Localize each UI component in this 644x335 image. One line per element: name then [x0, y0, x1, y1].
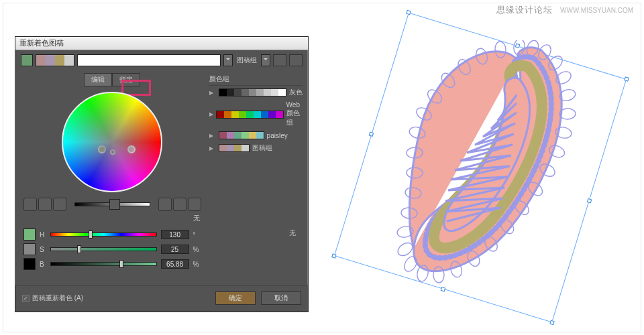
artboard — [329, 20, 624, 315]
dialog-bottom-bar: ✓ 图稿重新着色 (A) 确定 取消 — [15, 285, 308, 312]
hue-knob[interactable] — [89, 230, 93, 239]
hue-label: H — [40, 231, 46, 239]
save-group-button[interactable] — [273, 54, 286, 66]
hue-slider[interactable] — [50, 232, 157, 237]
color-group-label: 图稿组 — [252, 143, 272, 153]
sat-knob[interactable] — [77, 245, 81, 253]
bri-value[interactable]: 65.88 — [161, 259, 189, 269]
mode-tabs: 编辑 指定 — [21, 73, 204, 86]
right-column: 颜色组 ▶ 灰色 ▶ Web 颜色组 ▶ paisley — [209, 70, 303, 273]
resize-handle[interactable] — [331, 253, 336, 258]
sat-row: S 25 % — [23, 243, 201, 255]
checkbox-label: 图稿重新着色 (A) — [32, 293, 83, 303]
chevron-right-icon: ▶ — [209, 145, 216, 151]
group-dropdown-button[interactable] — [261, 54, 270, 66]
color-groups-title: 颜色组 — [209, 70, 303, 86]
color-wheel-marker[interactable] — [127, 145, 136, 153]
color-group-swatches — [219, 131, 264, 139]
ok-button[interactable]: 确定 — [215, 291, 256, 305]
watermark: 思缘设计论坛 WWW.MISSYUAN.COM — [496, 4, 633, 16]
none-label: 无 — [21, 211, 204, 223]
tab-assign[interactable]: 指定 — [112, 73, 140, 86]
smooth-wheel-button[interactable] — [23, 198, 37, 211]
color-wheel-marker[interactable] — [98, 145, 106, 153]
color-group-row[interactable]: ▶ paisley — [209, 129, 303, 141]
tool-button-1[interactable] — [173, 198, 186, 211]
hue-row: H 130 ° — [23, 228, 201, 241]
wheel-controls — [21, 198, 204, 211]
section-none-label: 无 — [209, 228, 303, 238]
bri-slider[interactable] — [50, 262, 157, 266]
sat-label: S — [40, 246, 46, 253]
hue-value[interactable]: 130 — [161, 230, 189, 239]
hue-swatch[interactable] — [23, 228, 36, 241]
watermark-text: 思缘设计论坛 — [496, 5, 553, 15]
watermark-url: WWW.MISSYUAN.COM — [560, 7, 633, 14]
color-group-label: 灰色 — [289, 88, 303, 97]
resize-handle[interactable] — [587, 198, 592, 203]
chevron-right-icon: ▶ — [209, 90, 216, 96]
color-group-swatches — [216, 111, 284, 119]
sat-value[interactable]: 25 — [161, 245, 189, 254]
dialog-topbar: 图稿组 — [15, 50, 308, 70]
chevron-right-icon: ▶ — [209, 111, 213, 117]
bars-mode-button[interactable] — [53, 198, 66, 211]
segmented-wheel-button[interactable] — [38, 198, 52, 211]
recolor-checkbox[interactable]: ✓ 图稿重新着色 (A) — [22, 293, 83, 303]
active-color-swatch[interactable] — [21, 54, 33, 66]
link-harmony-button[interactable] — [158, 198, 172, 211]
preset-dropdown-button[interactable] — [223, 54, 233, 66]
hue-unit: ° — [193, 231, 201, 239]
color-group-label: paisley — [267, 132, 288, 139]
checkbox-icon: ✓ — [22, 295, 30, 302]
color-group-label: Web 颜色组 — [286, 101, 303, 127]
bri-label: B — [40, 261, 46, 268]
color-group-row[interactable]: ▶ Web 颜色组 — [209, 99, 303, 129]
color-group-swatches — [219, 144, 250, 152]
preset-dropdown[interactable] — [77, 54, 221, 66]
tab-edit[interactable]: 编辑 — [84, 73, 112, 86]
sat-slider[interactable] — [50, 247, 157, 251]
color-group-swatches — [219, 88, 286, 96]
left-column: 编辑 指定 — [21, 70, 204, 273]
color-wheel[interactable] — [62, 92, 162, 192]
bri-unit: % — [193, 261, 201, 268]
paisley-artwork[interactable] — [384, 40, 578, 295]
color-group-row[interactable]: ▶ 图稿组 — [209, 141, 303, 155]
color-wheel-marker[interactable] — [110, 149, 115, 155]
color-group-row[interactable]: ▶ 灰色 — [209, 86, 303, 99]
cancel-button[interactable]: 取消 — [261, 291, 301, 305]
chevron-right-icon: ▶ — [209, 133, 216, 139]
tool-button-2[interactable] — [188, 198, 201, 211]
brightness-knob[interactable] — [109, 199, 120, 210]
brightness-slider[interactable] — [74, 202, 150, 206]
folder-icon[interactable] — [289, 54, 303, 66]
dialog-titlebar[interactable]: 重新着色图稿 — [15, 37, 308, 50]
bri-knob[interactable] — [119, 260, 123, 268]
recolor-artwork-dialog: 重新着色图稿 图稿组 编辑 指定 — [15, 36, 309, 312]
bri-swatch[interactable] — [23, 258, 36, 270]
artwork-swatch-strip[interactable] — [36, 54, 74, 66]
sat-swatch[interactable] — [23, 243, 36, 255]
hsb-sliders: H 130 ° S 25 % — [21, 223, 204, 270]
sat-unit: % — [193, 246, 201, 253]
group-label: 图稿组 — [235, 56, 258, 65]
dialog-title: 重新着色图稿 — [19, 38, 64, 48]
bri-row: B 65.88 % — [23, 258, 201, 270]
